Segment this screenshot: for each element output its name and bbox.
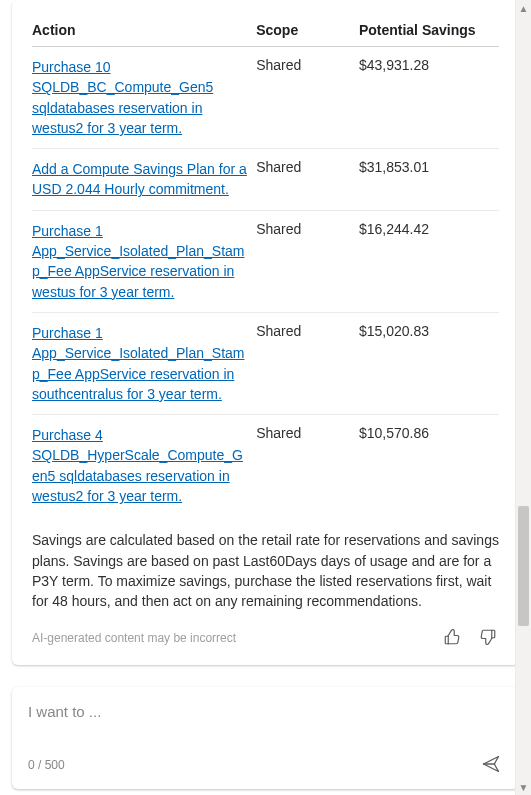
chat-input[interactable] [28, 703, 503, 727]
col-header-action: Action [32, 18, 256, 47]
cell-scope: Shared [256, 312, 359, 414]
thumbs-down-icon [479, 628, 497, 646]
cell-scope: Shared [256, 47, 359, 149]
recommendation-link[interactable]: Purchase 4 SQLDB_HyperScale_Compute_Gen5… [32, 427, 243, 504]
cell-scope: Shared [256, 210, 359, 312]
chat-input-card: 0 / 500 [12, 687, 519, 789]
table-row: Purchase 4 SQLDB_HyperScale_Compute_Gen5… [32, 415, 499, 517]
scroll-thumb[interactable] [518, 506, 529, 626]
ai-disclaimer: AI-generated content may be incorrect [32, 631, 236, 645]
cell-savings: $31,853.01 [359, 149, 499, 211]
char-count: 0 / 500 [28, 758, 65, 772]
cell-savings: $16,244.42 [359, 210, 499, 312]
savings-disclaimer: Savings are calculated based on the reta… [32, 530, 499, 611]
col-header-scope: Scope [256, 18, 359, 47]
cell-savings: $15,020.83 [359, 312, 499, 414]
vertical-scrollbar[interactable]: ▲ ▼ [515, 0, 531, 795]
thumbs-up-button[interactable] [441, 626, 463, 651]
cell-scope: Shared [256, 149, 359, 211]
recommendations-table: Action Scope Potential Savings Purchase … [32, 18, 499, 516]
thumbs-down-button[interactable] [477, 626, 499, 651]
recommendation-link[interactable]: Purchase 10 SQLDB_BC_Compute_Gen5 sqldat… [32, 59, 213, 136]
scroll-track[interactable] [516, 16, 531, 779]
send-icon [481, 754, 501, 774]
cell-scope: Shared [256, 415, 359, 517]
recommendation-link[interactable]: Purchase 1 App_Service_Isolated_Plan_Sta… [32, 223, 244, 300]
send-button[interactable] [479, 752, 503, 779]
recommendation-link[interactable]: Purchase 1 App_Service_Isolated_Plan_Sta… [32, 325, 244, 402]
table-row: Purchase 1 App_Service_Isolated_Plan_Sta… [32, 210, 499, 312]
scroll-up-arrow-icon[interactable]: ▲ [516, 0, 532, 16]
recommendations-card: Action Scope Potential Savings Purchase … [12, 0, 519, 665]
cell-savings: $10,570.86 [359, 415, 499, 517]
recommendation-link[interactable]: Add a Compute Savings Plan for a USD 2.0… [32, 161, 247, 197]
table-row: Purchase 1 App_Service_Isolated_Plan_Sta… [32, 312, 499, 414]
cell-savings: $43,931.28 [359, 47, 499, 149]
col-header-savings: Potential Savings [359, 18, 499, 47]
scroll-down-arrow-icon[interactable]: ▼ [516, 779, 532, 795]
table-row: Purchase 10 SQLDB_BC_Compute_Gen5 sqldat… [32, 47, 499, 149]
table-row: Add a Compute Savings Plan for a USD 2.0… [32, 149, 499, 211]
thumbs-up-icon [443, 628, 461, 646]
